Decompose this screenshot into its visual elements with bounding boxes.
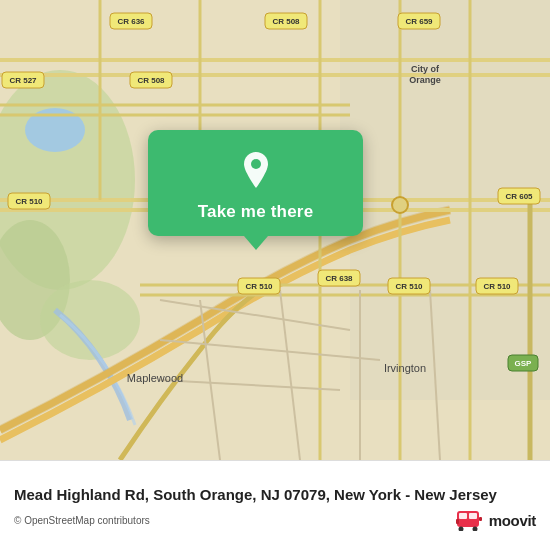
svg-text:CR 510: CR 510: [483, 282, 511, 291]
svg-point-63: [472, 527, 477, 532]
svg-text:CR 659: CR 659: [405, 17, 433, 26]
svg-text:CR 508: CR 508: [272, 17, 300, 26]
svg-point-29: [392, 197, 408, 213]
svg-text:CR 605: CR 605: [505, 192, 533, 201]
svg-text:CR 508: CR 508: [137, 76, 165, 85]
address-text: Mead Highland Rd, South Orange, NJ 07079…: [14, 484, 536, 505]
svg-rect-61: [469, 513, 477, 519]
moovit-bus-icon: [456, 509, 484, 531]
osm-credit: © OpenStreetMap contributors: [14, 515, 150, 526]
svg-text:Irvington: Irvington: [384, 362, 426, 374]
svg-text:CR 510: CR 510: [15, 197, 43, 206]
svg-text:CR 527: CR 527: [9, 76, 37, 85]
map-container: CR 636 CR 508 CR 659 CR 527 CR 508 City …: [0, 0, 550, 460]
svg-rect-5: [340, 0, 550, 200]
navigation-tooltip[interactable]: Take me there: [148, 130, 363, 236]
svg-rect-60: [459, 513, 467, 519]
moovit-logo: moovit: [456, 509, 536, 531]
tooltip-label: Take me there: [198, 202, 314, 222]
svg-rect-64: [456, 519, 459, 524]
svg-text:CR 510: CR 510: [395, 282, 423, 291]
svg-point-62: [458, 527, 463, 532]
svg-text:CR 636: CR 636: [117, 17, 145, 26]
svg-point-58: [251, 159, 261, 169]
svg-text:GSP: GSP: [515, 359, 533, 368]
moovit-label: moovit: [489, 512, 536, 529]
svg-text:CR 510: CR 510: [245, 282, 273, 291]
svg-text:CR 638: CR 638: [325, 274, 353, 283]
info-bar: Mead Highland Rd, South Orange, NJ 07079…: [0, 460, 550, 550]
svg-rect-65: [479, 517, 482, 521]
svg-text:City of: City of: [411, 64, 440, 74]
location-pin-icon: [234, 148, 278, 192]
svg-text:Orange: Orange: [409, 75, 441, 85]
svg-text:Maplewood: Maplewood: [127, 372, 183, 384]
info-footer: © OpenStreetMap contributors moovit: [14, 509, 536, 531]
